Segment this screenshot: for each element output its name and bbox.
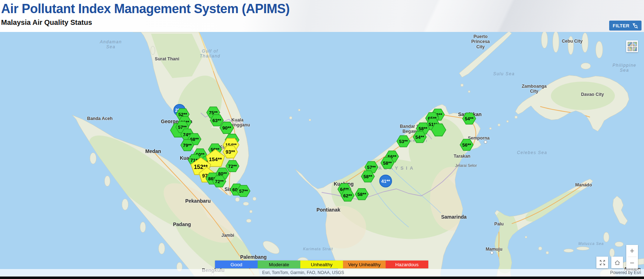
basemap-gallery-button[interactable] (626, 40, 638, 52)
city-dot (490, 251, 494, 255)
expand-icon (599, 259, 606, 266)
aqi-legend: GoodModerateUnhealthyVery UnhealthyHazar… (215, 261, 428, 268)
legend-item: Moderate (258, 261, 300, 268)
zoom-controls: + − (626, 245, 638, 269)
apims-app: Air Pollutant Index Management System (A… (0, 0, 644, 279)
zoom-out-button[interactable]: − (626, 257, 638, 269)
legend-item: Very Unhealthy (343, 261, 386, 268)
aqi-marker[interactable] (431, 123, 446, 137)
aqi-marker[interactable]: 72** (212, 175, 226, 188)
page-subtitle: Malaysia Air Quality Status (1, 18, 92, 27)
aqi-marker[interactable]: 53** (396, 135, 410, 148)
filter-search-icon (632, 23, 638, 29)
attribution-sources: Esri, TomTom, Garmin, FAO, NOAA, USGS (262, 270, 344, 275)
aqi-marker[interactable]: 58** (380, 157, 395, 169)
legend-item: Unhealthy (300, 261, 343, 268)
aqi-marker[interactable]: 57** (236, 185, 251, 197)
aqi-marker[interactable]: 62** (340, 190, 355, 202)
filter-button-label: FILTER (613, 23, 629, 28)
aqi-marker[interactable]: 41** (379, 175, 392, 187)
page-title: Air Pollutant Index Management System (A… (1, 1, 290, 16)
aqi-marker[interactable]: 58** (361, 170, 375, 183)
basemap-gallery-icon (628, 42, 637, 51)
aqi-marker[interactable]: 54** (462, 113, 476, 125)
powered-by-esri: Powered by Esri (610, 270, 641, 275)
attribution-bar: Esri, TomTom, Garmin, FAO, NOAA, USGS Po… (0, 269, 644, 277)
bottom-bar (0, 277, 644, 279)
aqi-marker[interactable]: 54** (413, 131, 427, 143)
zoom-in-button[interactable]: + (626, 245, 638, 257)
aqi-marker[interactable]: 79** (180, 139, 194, 152)
legend-item: Good (215, 261, 258, 268)
aqi-marker[interactable]: 56** (460, 139, 474, 151)
aqi-marker[interactable]: 58** (355, 188, 369, 201)
city-dot (484, 141, 487, 144)
aqi-marker[interactable]: 90** (219, 121, 234, 134)
fullscreen-button[interactable] (596, 257, 608, 268)
filter-button[interactable]: FILTER (609, 21, 642, 31)
map-canvas[interactable] (0, 0, 644, 279)
home-button[interactable] (611, 257, 623, 268)
legend-item: Hazardous (386, 261, 428, 268)
header: Air Pollutant Index Management System (A… (0, 0, 644, 32)
home-icon (614, 259, 621, 266)
